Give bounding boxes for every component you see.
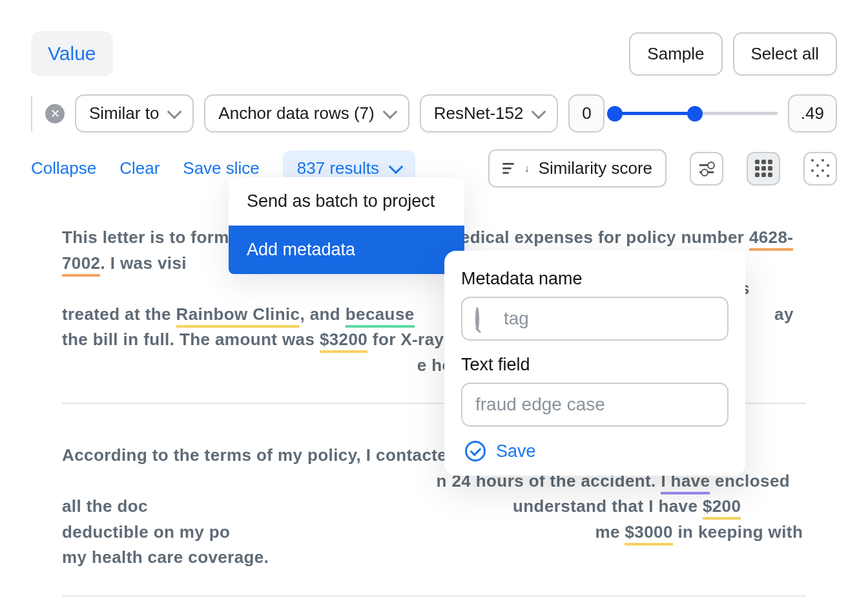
save-slice-link[interactable]: Save slice xyxy=(183,158,260,178)
chevron-down-icon xyxy=(167,104,182,119)
text-field-label: Text field xyxy=(461,355,728,375)
arrow-down-icon: ↓ xyxy=(524,163,530,175)
metadata-name-value: tag xyxy=(504,308,529,329)
results-menu: Send as batch to project Add metadata xyxy=(229,177,464,274)
sort-button[interactable]: ↓ Similarity score xyxy=(488,149,666,187)
highlight-because: because xyxy=(346,304,415,328)
chevron-down-icon xyxy=(389,159,404,174)
text-field-input[interactable]: fraud edge case xyxy=(461,383,728,427)
grid-icon xyxy=(755,160,772,177)
search-icon xyxy=(475,309,495,328)
check-circle-icon xyxy=(465,441,486,461)
highlight-amount: $3200 xyxy=(320,330,367,353)
model-label: ResNet-152 xyxy=(434,103,524,123)
slider-thumb-high[interactable] xyxy=(687,106,703,122)
range-slider[interactable] xyxy=(615,105,777,123)
highlight-amount: $200 xyxy=(703,496,741,520)
select-all-button[interactable]: Select all xyxy=(733,32,838,76)
chevron-down-icon xyxy=(382,104,397,119)
similar-to-select[interactable]: Similar to xyxy=(75,94,194,132)
metadata-name-label: Metadata name xyxy=(461,269,728,289)
results-count: 837 results xyxy=(297,158,379,178)
chevron-down-icon xyxy=(532,104,546,119)
highlight-clinic: Rainbow Clinic xyxy=(176,304,300,328)
metadata-popover: Metadata name tag Text field fraud edge … xyxy=(444,251,745,476)
save-metadata-button[interactable]: Save xyxy=(465,441,728,461)
clear-link[interactable]: Clear xyxy=(119,158,160,178)
save-label: Save xyxy=(496,441,536,461)
similar-to-label: Similar to xyxy=(89,103,159,123)
divider xyxy=(31,96,32,132)
sort-icon xyxy=(502,163,514,174)
scatter-view-button[interactable] xyxy=(803,152,837,185)
slider-track-active xyxy=(615,112,694,115)
collapse-link[interactable]: Collapse xyxy=(31,158,96,178)
menu-send-batch[interactable]: Send as batch to project xyxy=(229,177,464,226)
sort-label: Similarity score xyxy=(539,158,652,178)
model-select[interactable]: ResNet-152 xyxy=(420,94,559,132)
range-high[interactable]: .49 xyxy=(788,94,837,132)
anchor-rows-label: Anchor data rows (7) xyxy=(218,103,374,123)
menu-add-metadata[interactable]: Add metadata xyxy=(229,226,464,274)
highlight-amount: $3000 xyxy=(625,522,672,545)
filter-sliders-button[interactable] xyxy=(690,152,723,185)
scatter-icon xyxy=(811,159,830,178)
sample-button[interactable]: Sample xyxy=(629,32,722,76)
sliders-icon xyxy=(699,164,714,173)
metadata-name-input[interactable]: tag xyxy=(461,297,728,341)
range-low[interactable]: 0 xyxy=(568,94,604,132)
text-field-value: fraud edge case xyxy=(475,394,605,415)
anchor-rows-select[interactable]: Anchor data rows (7) xyxy=(204,94,409,132)
value-pill[interactable]: Value xyxy=(31,31,113,76)
clear-filter-icon[interactable]: ✕ xyxy=(45,104,65,123)
slider-thumb-low[interactable] xyxy=(607,106,623,122)
grid-view-button[interactable] xyxy=(747,152,780,185)
